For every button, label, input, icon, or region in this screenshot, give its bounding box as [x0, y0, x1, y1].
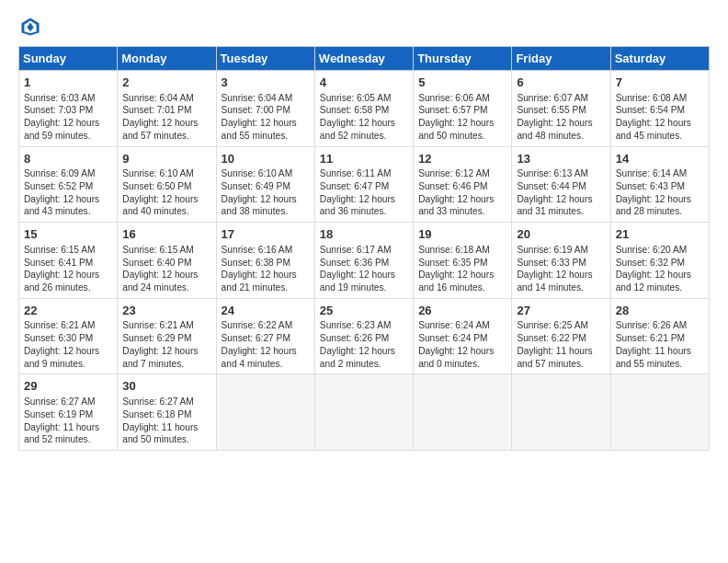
calendar-cell: 8Sunrise: 6:09 AM Sunset: 6:52 PM Daylig… [19, 146, 118, 223]
day-number: 14 [616, 151, 704, 167]
day-info: Sunrise: 6:13 AM Sunset: 6:44 PM Dayligh… [517, 167, 605, 218]
calendar-cell: 4Sunrise: 6:05 AM Sunset: 6:58 PM Daylig… [314, 71, 413, 147]
day-info: Sunrise: 6:22 AM Sunset: 6:27 PM Dayligh… [222, 319, 310, 370]
calendar-cell [414, 374, 512, 451]
day-info: Sunrise: 6:08 AM Sunset: 6:54 PM Dayligh… [616, 92, 704, 143]
day-number: 4 [320, 75, 408, 91]
day-info: Sunrise: 6:25 AM Sunset: 6:22 PM Dayligh… [517, 319, 605, 370]
day-number: 5 [418, 75, 506, 91]
day-info: Sunrise: 6:20 AM Sunset: 6:32 PM Dayligh… [616, 244, 704, 294]
calendar-cell: 10Sunrise: 6:10 AM Sunset: 6:49 PM Dayli… [216, 146, 314, 223]
day-number: 11 [320, 151, 408, 167]
day-number: 6 [517, 75, 605, 91]
calendar-cell: 1Sunrise: 6:03 AM Sunset: 7:03 PM Daylig… [19, 71, 118, 147]
calendar-cell: 3Sunrise: 6:04 AM Sunset: 7:00 PM Daylig… [216, 71, 314, 147]
weekday-header-saturday: Saturday [610, 47, 709, 71]
weekday-header-thursday: Thursday [414, 47, 512, 71]
calendar-cell: 14Sunrise: 6:14 AM Sunset: 6:43 PM Dayli… [610, 146, 709, 223]
day-number: 15 [24, 226, 112, 243]
calendar-cell: 19Sunrise: 6:18 AM Sunset: 6:35 PM Dayli… [414, 223, 512, 299]
weekday-header-sunday: Sunday [19, 47, 118, 71]
calendar-cell [314, 374, 413, 451]
day-number: 21 [616, 226, 704, 243]
calendar-cell: 9Sunrise: 6:10 AM Sunset: 6:50 PM Daylig… [118, 146, 216, 223]
calendar-week-row: 1Sunrise: 6:03 AM Sunset: 7:03 PM Daylig… [19, 71, 710, 147]
day-number: 22 [24, 303, 112, 319]
day-number: 27 [517, 303, 605, 319]
day-info: Sunrise: 6:19 AM Sunset: 6:33 PM Dayligh… [517, 244, 605, 294]
day-info: Sunrise: 6:10 AM Sunset: 6:50 PM Dayligh… [122, 167, 210, 218]
calendar-cell: 25Sunrise: 6:23 AM Sunset: 6:26 PM Dayli… [314, 298, 413, 374]
day-info: Sunrise: 6:06 AM Sunset: 6:57 PM Dayligh… [418, 92, 506, 143]
day-number: 16 [122, 226, 210, 243]
calendar-cell: 16Sunrise: 6:15 AM Sunset: 6:40 PM Dayli… [118, 223, 216, 299]
header [18, 17, 710, 37]
day-info: Sunrise: 6:03 AM Sunset: 7:03 PM Dayligh… [24, 92, 112, 143]
day-number: 9 [122, 151, 210, 167]
day-number: 3 [222, 75, 310, 91]
weekday-header-row: SundayMondayTuesdayWednesdayThursdayFrid… [19, 47, 710, 71]
day-info: Sunrise: 6:18 AM Sunset: 6:35 PM Dayligh… [418, 244, 506, 294]
day-info: Sunrise: 6:11 AM Sunset: 6:47 PM Dayligh… [320, 167, 408, 218]
day-info: Sunrise: 6:15 AM Sunset: 6:40 PM Dayligh… [122, 244, 210, 294]
calendar-cell: 21Sunrise: 6:20 AM Sunset: 6:32 PM Dayli… [610, 223, 709, 299]
calendar-cell: 7Sunrise: 6:08 AM Sunset: 6:54 PM Daylig… [610, 71, 709, 147]
day-info: Sunrise: 6:04 AM Sunset: 7:01 PM Dayligh… [122, 92, 210, 143]
calendar-cell: 22Sunrise: 6:21 AM Sunset: 6:30 PM Dayli… [19, 298, 118, 374]
calendar-cell [512, 374, 610, 451]
day-number: 1 [24, 75, 112, 91]
calendar-table: SundayMondayTuesdayWednesdayThursdayFrid… [18, 46, 710, 451]
calendar-cell [216, 374, 314, 451]
calendar-cell: 2Sunrise: 6:04 AM Sunset: 7:01 PM Daylig… [118, 71, 216, 147]
weekday-header-tuesday: Tuesday [216, 47, 314, 71]
day-number: 29 [24, 378, 112, 395]
day-number: 25 [320, 303, 408, 319]
day-number: 10 [222, 151, 310, 167]
day-number: 8 [24, 151, 112, 167]
day-number: 12 [418, 151, 506, 167]
calendar-cell: 26Sunrise: 6:24 AM Sunset: 6:24 PM Dayli… [414, 298, 512, 374]
calendar-cell: 29Sunrise: 6:27 AM Sunset: 6:19 PM Dayli… [19, 374, 118, 451]
calendar-cell: 11Sunrise: 6:11 AM Sunset: 6:47 PM Dayli… [314, 146, 413, 223]
weekday-header-friday: Friday [512, 47, 610, 71]
day-number: 30 [122, 378, 210, 395]
weekday-header-monday: Monday [118, 47, 216, 71]
day-info: Sunrise: 6:17 AM Sunset: 6:36 PM Dayligh… [320, 244, 408, 294]
day-info: Sunrise: 6:07 AM Sunset: 6:55 PM Dayligh… [517, 92, 605, 143]
calendar-cell: 12Sunrise: 6:12 AM Sunset: 6:46 PM Dayli… [414, 146, 512, 223]
day-number: 24 [222, 303, 310, 319]
calendar-cell: 17Sunrise: 6:16 AM Sunset: 6:38 PM Dayli… [216, 223, 314, 299]
day-info: Sunrise: 6:10 AM Sunset: 6:49 PM Dayligh… [222, 167, 310, 218]
day-number: 19 [418, 226, 506, 243]
day-info: Sunrise: 6:09 AM Sunset: 6:52 PM Dayligh… [24, 167, 112, 218]
day-number: 20 [517, 226, 605, 243]
calendar-cell: 24Sunrise: 6:22 AM Sunset: 6:27 PM Dayli… [216, 298, 314, 374]
calendar-cell [610, 374, 709, 451]
day-info: Sunrise: 6:24 AM Sunset: 6:24 PM Dayligh… [418, 319, 506, 370]
day-number: 23 [122, 303, 210, 319]
page: SundayMondayTuesdayWednesdayThursdayFrid… [0, 0, 728, 460]
day-number: 2 [122, 75, 210, 91]
calendar-cell: 15Sunrise: 6:15 AM Sunset: 6:41 PM Dayli… [19, 223, 118, 299]
day-info: Sunrise: 6:12 AM Sunset: 6:46 PM Dayligh… [418, 167, 506, 218]
day-info: Sunrise: 6:26 AM Sunset: 6:21 PM Dayligh… [616, 319, 704, 370]
day-number: 28 [616, 303, 704, 319]
weekday-header-wednesday: Wednesday [314, 47, 413, 71]
calendar-week-row: 22Sunrise: 6:21 AM Sunset: 6:30 PM Dayli… [19, 298, 710, 374]
calendar-cell: 6Sunrise: 6:07 AM Sunset: 6:55 PM Daylig… [512, 71, 610, 147]
day-number: 17 [222, 226, 310, 243]
day-info: Sunrise: 6:04 AM Sunset: 7:00 PM Dayligh… [222, 92, 310, 143]
calendar-cell: 28Sunrise: 6:26 AM Sunset: 6:21 PM Dayli… [610, 298, 709, 374]
calendar-cell: 23Sunrise: 6:21 AM Sunset: 6:29 PM Dayli… [118, 298, 216, 374]
day-info: Sunrise: 6:05 AM Sunset: 6:58 PM Dayligh… [320, 92, 408, 143]
day-number: 18 [320, 226, 408, 243]
day-info: Sunrise: 6:23 AM Sunset: 6:26 PM Dayligh… [320, 319, 408, 370]
calendar-cell: 27Sunrise: 6:25 AM Sunset: 6:22 PM Dayli… [512, 298, 610, 374]
calendar-cell: 13Sunrise: 6:13 AM Sunset: 6:44 PM Dayli… [512, 146, 610, 223]
calendar-cell: 5Sunrise: 6:06 AM Sunset: 6:57 PM Daylig… [414, 71, 512, 147]
day-info: Sunrise: 6:21 AM Sunset: 6:29 PM Dayligh… [122, 319, 210, 370]
logo-icon [20, 17, 40, 37]
calendar-week-row: 15Sunrise: 6:15 AM Sunset: 6:41 PM Dayli… [19, 223, 710, 299]
day-number: 7 [616, 75, 704, 91]
day-info: Sunrise: 6:14 AM Sunset: 6:43 PM Dayligh… [616, 167, 704, 218]
